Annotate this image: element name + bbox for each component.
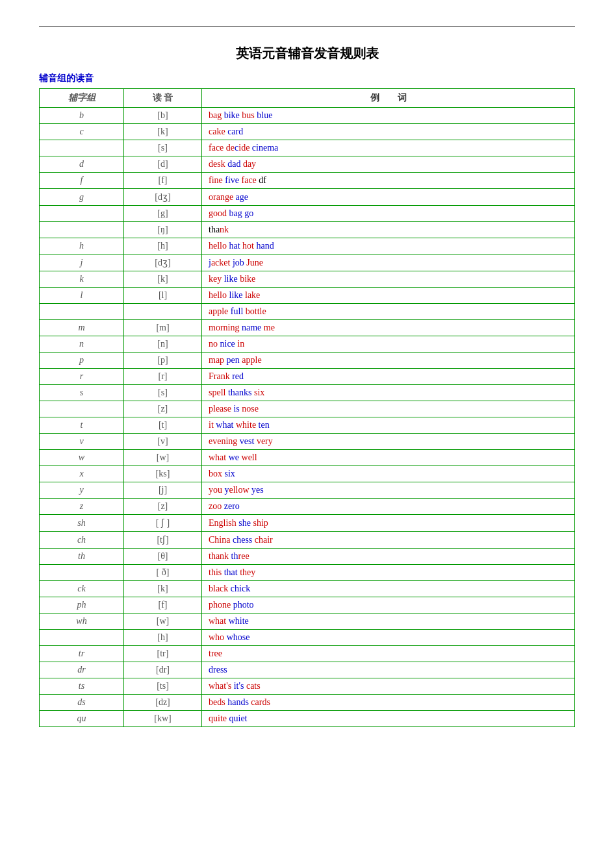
cell-pron: [l] <box>124 288 202 304</box>
example-word: quite <box>209 713 227 723</box>
cell-group: t <box>40 417 124 434</box>
table-header-row: 辅字组 读 音 例 词 <box>40 89 575 108</box>
table-row: [s]face decide cinema <box>40 140 575 156</box>
example-word: good <box>209 208 227 218</box>
cell-group: b <box>40 108 124 124</box>
cell-group: x <box>40 466 124 482</box>
cell-pron: [z] <box>124 401 202 417</box>
table-row: f[f]fine five face df <box>40 173 575 189</box>
example-word: job <box>233 258 244 267</box>
cell-examples: thank three <box>202 549 575 565</box>
cell-examples: desk dad day <box>202 156 575 173</box>
table-row: s[s]spell thanks six <box>40 385 575 401</box>
example-word: please <box>209 404 231 414</box>
cell-group: k <box>40 271 124 288</box>
example-word: bus <box>242 110 254 120</box>
cell-pron: [k] <box>124 581 202 597</box>
cell-examples: good bag go <box>202 206 575 222</box>
example-word: hot <box>242 241 254 251</box>
example-word: df <box>259 175 266 185</box>
table-row: j[dʒ]jacket job June <box>40 254 575 271</box>
example-word: apple <box>209 306 228 316</box>
table-row: apple full bottle <box>40 304 575 320</box>
example-word: blue <box>257 110 272 120</box>
example-word: red <box>232 371 244 381</box>
example-word: photo <box>233 600 254 610</box>
example-word: white <box>236 420 256 430</box>
example-word: chess <box>233 535 252 545</box>
cell-pron: [ ð] <box>124 565 202 581</box>
example-word: acket <box>211 258 231 267</box>
cell-pron: [tr] <box>124 646 202 662</box>
table-row: n[n]no nice in <box>40 336 575 353</box>
cell-group: m <box>40 320 124 336</box>
example-word: quiet <box>229 713 248 723</box>
table-row: th[θ]thank three <box>40 549 575 565</box>
example-word: like <box>229 290 243 300</box>
cell-examples: box six <box>202 466 575 482</box>
cell-examples: thank <box>202 222 575 238</box>
example-word: in <box>237 339 244 349</box>
cell-group <box>40 630 124 646</box>
cell-pron: [s] <box>124 140 202 156</box>
cell-group: w <box>40 450 124 466</box>
cell-group: n <box>40 336 124 353</box>
example-word: black <box>209 584 228 593</box>
cell-pron: [ŋ] <box>124 222 202 238</box>
example-word: zero <box>224 501 240 511</box>
example-word: nice <box>220 339 235 349</box>
cell-pron: [ks] <box>124 466 202 482</box>
example-word: cards <box>251 697 270 707</box>
cell-group: p <box>40 353 124 369</box>
example-word: lake <box>245 290 260 300</box>
cell-pron: [w] <box>124 614 202 630</box>
cell-examples: bag bike bus blue <box>202 108 575 124</box>
cell-examples: apple full bottle <box>202 304 575 320</box>
table-row: ck[k]black chick <box>40 581 575 597</box>
example-word: morning <box>209 323 239 332</box>
example-word: zoo <box>209 501 222 511</box>
cell-pron: [dz] <box>124 695 202 711</box>
example-word: they <box>240 567 255 577</box>
example-word: ship <box>253 518 268 528</box>
cell-pron: [z] <box>124 499 202 515</box>
cell-pron: [k] <box>124 124 202 140</box>
cell-group: g <box>40 189 124 206</box>
cell-group: f <box>40 173 124 189</box>
example-word: who <box>209 632 224 642</box>
cell-examples: beds hands cards <box>202 695 575 711</box>
table-row: sh[ ʃ ]English she ship <box>40 515 575 532</box>
example-word: five <box>225 175 239 185</box>
cell-group: ph <box>40 597 124 614</box>
cell-group <box>40 304 124 320</box>
cell-group: th <box>40 549 124 565</box>
cell-examples: black chick <box>202 581 575 597</box>
example-word: China <box>209 535 230 545</box>
example-word: beds <box>209 697 225 707</box>
example-word: cats <box>246 681 261 691</box>
example-word: hat <box>229 241 240 251</box>
example-word: ree <box>238 551 249 561</box>
example-word: day <box>243 159 256 169</box>
cell-group: qu <box>40 711 124 727</box>
example-word: phone <box>209 600 231 610</box>
example-word: desk <box>209 159 225 169</box>
example-word: card <box>227 127 243 136</box>
cell-examples: evening vest very <box>202 434 575 450</box>
cell-examples: face decide cinema <box>202 140 575 156</box>
table-row: [ ð]this that they <box>40 565 575 581</box>
cell-examples: what we well <box>202 450 575 466</box>
cell-pron: [h] <box>124 238 202 254</box>
cell-examples: spell thanks six <box>202 385 575 401</box>
example-word: we <box>229 453 239 462</box>
table-row: c[k]cake card <box>40 124 575 140</box>
cell-examples: cake card <box>202 124 575 140</box>
cell-group: ck <box>40 581 124 597</box>
example-word: chair <box>255 535 273 545</box>
table-row: p[p]map pen apple <box>40 353 575 369</box>
example-word: bag <box>229 208 242 218</box>
example-word: ten <box>259 420 270 430</box>
example-word: what's <box>209 681 231 691</box>
example-word: white <box>229 616 249 626</box>
cell-group: s <box>40 385 124 401</box>
